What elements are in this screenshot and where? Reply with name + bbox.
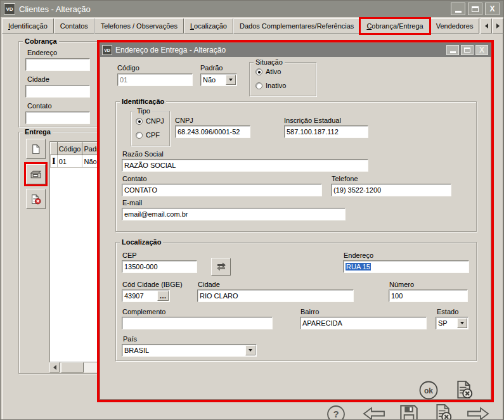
- codigo-label: Código: [117, 64, 139, 72]
- contato-label: Contato: [122, 175, 147, 182]
- tab-scroll-left-button[interactable]: [481, 18, 492, 34]
- razao-social-label: Razão Social: [122, 150, 164, 158]
- email-input[interactable]: [122, 208, 346, 220]
- app-logo-icon: VD: [4, 3, 15, 15]
- table-row[interactable]: I 01 Não: [51, 155, 100, 168]
- row-codigo-cell: 01: [57, 155, 82, 168]
- tipo-group: Tipo: [131, 111, 170, 146]
- dialog-logo-icon: VD: [102, 45, 112, 55]
- tipo-cnpj-label: CNPJ: [146, 117, 164, 125]
- tipo-group-title: Tipo: [135, 107, 152, 115]
- table-horizontal-scrollbar[interactable]: [49, 362, 99, 372]
- situacao-ativo-radio[interactable]: Ativo: [255, 68, 281, 75]
- radio-unselected-icon: [136, 132, 143, 139]
- pais-select[interactable]: BRASIL: [122, 344, 257, 357]
- cep-input[interactable]: [122, 260, 197, 273]
- dialog-maximize-button[interactable]: [461, 45, 474, 55]
- cod-cidade-value: 43907: [124, 292, 144, 300]
- tab-contatos[interactable]: Contatos: [54, 18, 94, 34]
- chevron-down-icon[interactable]: [245, 345, 255, 355]
- help-button[interactable]: ?: [326, 405, 346, 420]
- estado-select[interactable]: SP: [436, 317, 468, 329]
- tab-localizacao[interactable]: Localização: [184, 18, 233, 34]
- cod-cidade-browse-button[interactable]: …: [157, 291, 169, 301]
- dialog-close-icon: X: [479, 46, 484, 54]
- clientes-window: VD Clientes - Alteração X Identificação …: [0, 0, 504, 420]
- entrega-group-title: Entrega: [23, 128, 53, 136]
- chevron-down-icon[interactable]: [226, 75, 236, 85]
- situacao-inativo-radio[interactable]: Inativo: [255, 82, 286, 89]
- next-button[interactable]: [467, 407, 489, 420]
- column-header-codigo[interactable]: Código: [57, 143, 82, 155]
- previous-button[interactable]: [363, 407, 385, 420]
- cobranca-contato-input[interactable]: [25, 111, 90, 124]
- pais-label: País: [123, 335, 137, 343]
- bairro-input[interactable]: [300, 317, 427, 329]
- tab-vendedores[interactable]: Vendedores: [430, 18, 480, 34]
- dialog-cancel-button[interactable]: [455, 379, 473, 400]
- open-record-button[interactable]: [26, 164, 46, 184]
- svg-text:?: ?: [333, 409, 339, 419]
- ok-button[interactable]: ok: [418, 380, 439, 400]
- help-icon: ?: [326, 405, 346, 420]
- tipo-cnpj-radio[interactable]: CNPJ: [136, 117, 164, 125]
- razao-social-input[interactable]: [122, 159, 368, 172]
- situacao-ativo-label: Ativo: [266, 68, 281, 75]
- delete-record-icon: [30, 194, 41, 205]
- padrao-select[interactable]: Não: [200, 73, 237, 86]
- radio-unselected-icon: [255, 82, 262, 89]
- cnpj-label: CNPJ: [175, 117, 193, 124]
- chevron-down-icon[interactable]: [457, 318, 467, 328]
- cobranca-cidade-input[interactable]: [25, 85, 90, 98]
- endereco-input[interactable]: RUA 15: [343, 260, 469, 273]
- tab-cobranca-entrega[interactable]: Cobrança/Entrega: [360, 18, 429, 34]
- scrollbar-thumb[interactable]: [61, 362, 84, 372]
- localizacao-group-title: Localização: [120, 238, 163, 246]
- open-record-icon: [30, 170, 42, 179]
- identificacao-group-title: Identificação: [120, 98, 166, 105]
- cnpj-input[interactable]: [175, 125, 250, 138]
- situacao-inativo-label: Inativo: [266, 82, 286, 89]
- estado-value: SP: [436, 317, 457, 329]
- cobranca-endereco-input[interactable]: [25, 58, 90, 71]
- tab-telefones-observacoes[interactable]: Telefones / Observações: [94, 18, 184, 34]
- padrao-label: Padrão: [200, 64, 223, 72]
- padrao-value: Não: [201, 74, 226, 86]
- close-button[interactable]: X: [485, 3, 500, 15]
- cod-cidade-input[interactable]: 43907 …: [122, 290, 170, 302]
- column-header-marker[interactable]: [51, 143, 58, 155]
- scroll-left-button[interactable]: [49, 362, 60, 372]
- tipo-cpf-radio[interactable]: CPF: [136, 131, 160, 139]
- maximize-button[interactable]: [468, 3, 482, 15]
- entrega-table[interactable]: Código Padrão I 01 Não: [49, 141, 99, 362]
- cobranca-cidade-label: Cidade: [27, 75, 49, 83]
- cep-lookup-button[interactable]: [211, 258, 231, 276]
- save-button[interactable]: [399, 404, 419, 420]
- cobranca-endereco-label: Endereço: [27, 49, 57, 56]
- tab-dados-complementares[interactable]: Dados Complementares/Referências: [233, 18, 360, 34]
- codigo-input: [117, 73, 193, 86]
- row-marker-cell: I: [51, 155, 58, 168]
- tab-scroll-right-button[interactable]: [492, 18, 503, 34]
- complemento-input[interactable]: [122, 317, 273, 329]
- cancel-button[interactable]: [434, 403, 452, 420]
- inscricao-estadual-input[interactable]: [284, 125, 368, 138]
- close-icon: X: [489, 5, 494, 13]
- dialog-close-button[interactable]: X: [475, 45, 488, 55]
- tab-identificacao[interactable]: Identificação: [2, 18, 54, 34]
- inscricao-estadual-label: Inscrição Estadual: [284, 117, 341, 124]
- dialog-minimize-icon: [450, 51, 456, 53]
- new-record-button[interactable]: [26, 139, 46, 159]
- dialog-minimize-button[interactable]: [446, 45, 459, 55]
- chevron-right-icon: [496, 23, 500, 29]
- cidade-input[interactable]: [197, 290, 354, 302]
- delete-record-button[interactable]: [26, 189, 46, 209]
- dialog-titlebar: VD Endereço de Entrega - Alteração X: [100, 43, 491, 57]
- minimize-button[interactable]: [451, 3, 465, 15]
- minimize-icon: [455, 11, 462, 13]
- numero-label: Número: [389, 281, 414, 288]
- dialog-title: Endereço de Entrega - Alteração: [115, 46, 226, 54]
- numero-input[interactable]: [389, 290, 468, 302]
- telefone-input[interactable]: [331, 184, 451, 196]
- contato-input[interactable]: [122, 184, 322, 196]
